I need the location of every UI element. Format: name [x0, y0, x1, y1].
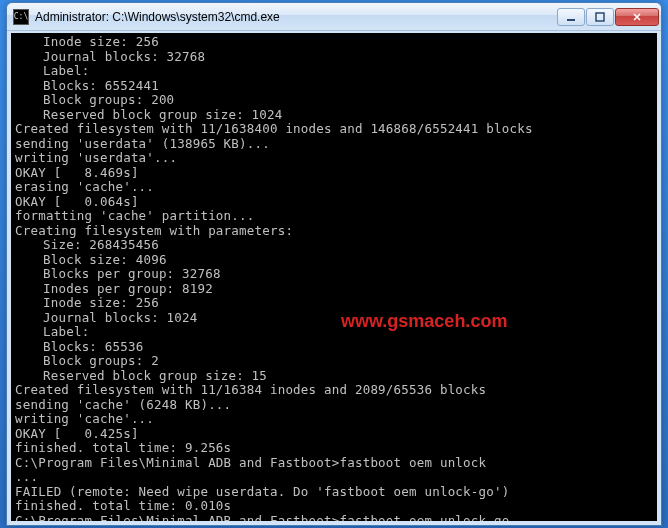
prompt-line: C:\Program Files\Minimal ADB and Fastboo… [15, 514, 653, 522]
output-line: ... [15, 470, 653, 485]
output-line: Inode size: 256 [15, 35, 653, 50]
cmd-icon: C:\ [13, 9, 29, 25]
output-line: Size: 268435456 [15, 238, 653, 253]
output-line: Blocks per group: 32768 [15, 267, 653, 282]
output-line: FAILED (remote: Need wipe userdata. Do '… [15, 485, 653, 500]
output-line: Creating filesystem with parameters: [15, 224, 653, 239]
output-line: Label: [15, 325, 653, 340]
output-line: OKAY [ 0.425s] [15, 427, 653, 442]
terminal-area[interactable]: Inode size: 256Journal blocks: 32768Labe… [11, 33, 657, 521]
output-line: Reserved block group size: 1024 [15, 108, 653, 123]
svg-rect-0 [567, 19, 575, 21]
output-line: OKAY [ 8.469s] [15, 166, 653, 181]
output-line: Created filesystem with 11/1638400 inode… [15, 122, 653, 137]
output-line: Journal blocks: 1024 [15, 311, 653, 326]
output-line: Inodes per group: 8192 [15, 282, 653, 297]
output-line: sending 'cache' (6248 KB)... [15, 398, 653, 413]
output-line: Reserved block group size: 15 [15, 369, 653, 384]
output-line: erasing 'cache'... [15, 180, 653, 195]
output-line: Blocks: 65536 [15, 340, 653, 355]
output-line: finished. total time: 0.010s [15, 499, 653, 514]
output-line: formatting 'cache' partition... [15, 209, 653, 224]
output-line: Journal blocks: 32768 [15, 50, 653, 65]
cmd-window: C:\ Administrator: C:\Windows\system32\c… [6, 2, 662, 526]
output-line: Label: [15, 64, 653, 79]
output-line: Created filesystem with 11/16384 inodes … [15, 383, 653, 398]
maximize-button[interactable] [586, 8, 614, 26]
output-line: Block groups: 200 [15, 93, 653, 108]
close-button[interactable] [615, 8, 659, 26]
minimize-button[interactable] [557, 8, 585, 26]
window-controls [557, 8, 659, 26]
output-line: Inode size: 256 [15, 296, 653, 311]
terminal-output: Inode size: 256Journal blocks: 32768Labe… [11, 33, 657, 521]
output-line: finished. total time: 9.256s [15, 441, 653, 456]
titlebar[interactable]: C:\ Administrator: C:\Windows\system32\c… [7, 3, 661, 31]
output-line: writing 'cache'... [15, 412, 653, 427]
output-line: Block groups: 2 [15, 354, 653, 369]
output-line: OKAY [ 0.064s] [15, 195, 653, 210]
output-line: Block size: 4096 [15, 253, 653, 268]
output-line: writing 'userdata'... [15, 151, 653, 166]
output-line: sending 'userdata' (138965 KB)... [15, 137, 653, 152]
output-line: Blocks: 6552441 [15, 79, 653, 94]
window-title: Administrator: C:\Windows\system32\cmd.e… [35, 10, 557, 24]
svg-rect-1 [596, 13, 604, 21]
prompt-line: C:\Program Files\Minimal ADB and Fastboo… [15, 456, 653, 471]
